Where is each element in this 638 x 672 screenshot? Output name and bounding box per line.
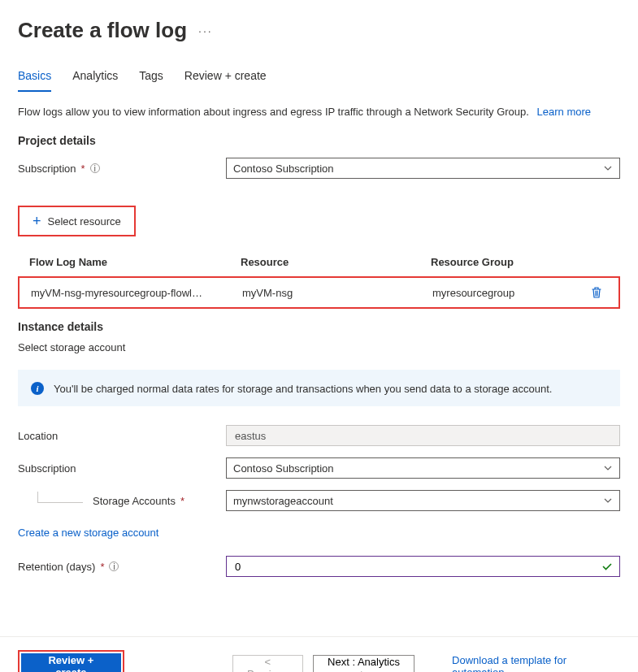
- project-details-heading: Project details: [18, 134, 620, 147]
- intro-body: Flow logs allow you to view information …: [18, 106, 529, 118]
- tab-tags[interactable]: Tags: [139, 69, 163, 92]
- footer: Review + create < Previous Next : Analyt…: [0, 636, 638, 672]
- review-create-button[interactable]: Review + create: [21, 653, 121, 672]
- tab-analytics[interactable]: Analytics: [72, 69, 118, 92]
- tabs: Basics Analytics Tags Review + create: [18, 69, 620, 93]
- subscription2-label: Subscription: [18, 462, 76, 475]
- subscription2-value: Contoso Subscription: [233, 462, 334, 475]
- select-storage-subheading: Select storage account: [18, 341, 620, 353]
- cell-resource-group: myresourcegroup: [432, 287, 591, 299]
- cell-flow-log-name: myVM-nsg-myresourcegroup-flowl…: [31, 287, 242, 299]
- retention-value[interactable]: [233, 557, 598, 576]
- more-actions-icon[interactable]: ···: [198, 24, 213, 37]
- required-marker: *: [100, 561, 104, 573]
- table-row: myVM-nsg-myresourcegroup-flowl… myVM-nsg…: [18, 276, 620, 309]
- subscription-select[interactable]: Contoso Subscription: [226, 158, 620, 179]
- required-marker: *: [81, 163, 85, 175]
- instance-details-heading: Instance details: [18, 320, 620, 333]
- select-resource-button[interactable]: + Select resource: [21, 209, 132, 233]
- intro-text: Flow logs allow you to view information …: [18, 106, 620, 118]
- banner-text: You'll be charged normal data rates for …: [54, 383, 552, 395]
- info-banner: i You'll be charged normal data rates fo…: [18, 370, 620, 406]
- subscription-value: Contoso Subscription: [233, 163, 334, 175]
- col-flow-log-name: Flow Log Name: [29, 256, 241, 268]
- subscription-label: Subscription: [18, 163, 76, 175]
- location-input: [226, 425, 620, 446]
- check-icon: [601, 561, 613, 572]
- storage-account-select[interactable]: mynwstorageaccount: [226, 490, 620, 511]
- page-title: Create a flow log: [18, 18, 187, 43]
- previous-button: < Previous: [232, 655, 303, 673]
- tree-connector: [37, 492, 83, 503]
- storage-accounts-label: Storage Accounts: [93, 495, 176, 507]
- download-template-link[interactable]: Download a template for automation: [452, 654, 620, 673]
- info-badge-icon: i: [31, 382, 44, 395]
- info-icon[interactable]: i: [109, 561, 119, 571]
- chevron-down-icon: [603, 496, 613, 505]
- plus-icon: +: [33, 214, 41, 228]
- learn-more-link[interactable]: Learn more: [537, 106, 591, 118]
- delete-row-button[interactable]: [591, 286, 615, 299]
- create-storage-link[interactable]: Create a new storage account: [18, 527, 158, 539]
- chevron-down-icon: [603, 463, 613, 473]
- retention-label: Retention (days): [18, 561, 95, 573]
- retention-input[interactable]: [226, 556, 620, 577]
- location-label: Location: [18, 430, 58, 442]
- select-resource-label: Select resource: [48, 215, 121, 228]
- cell-resource: myVM-nsg: [242, 287, 432, 299]
- info-icon[interactable]: i: [90, 163, 100, 173]
- next-button[interactable]: Next : Analytics >: [313, 655, 414, 673]
- location-value: [233, 426, 598, 445]
- subscription2-select[interactable]: Contoso Subscription: [226, 457, 620, 479]
- col-resource: Resource: [241, 256, 431, 268]
- storage-account-value: mynwstorageaccount: [233, 495, 333, 507]
- resource-table: Flow Log Name Resource Resource Group my…: [18, 251, 620, 309]
- chevron-down-icon: [603, 163, 613, 173]
- required-marker: *: [180, 495, 184, 507]
- tab-review-create[interactable]: Review + create: [184, 69, 267, 92]
- tab-basics[interactable]: Basics: [18, 69, 51, 92]
- col-resource-group: Resource Group: [431, 256, 596, 268]
